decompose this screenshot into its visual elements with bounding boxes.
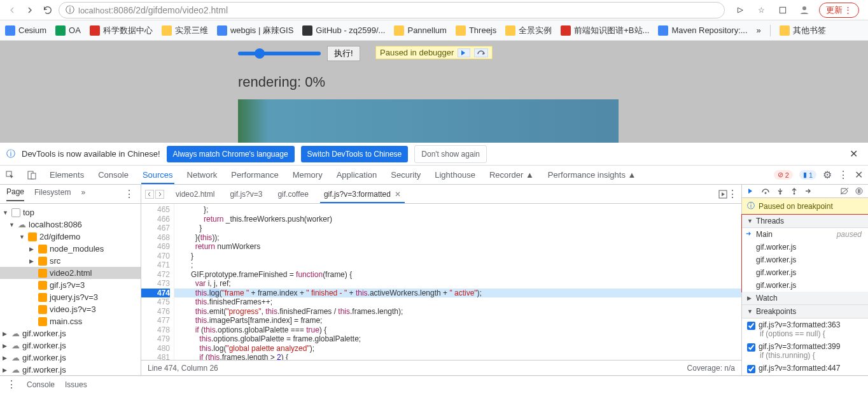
tree-item[interactable]: ▶node_modules xyxy=(0,243,141,255)
tree-item[interactable]: jquery.js?v=3 xyxy=(0,291,141,303)
drawer-more-icon[interactable]: ⋮ xyxy=(6,378,17,390)
next-tab-icon[interactable] xyxy=(155,190,164,199)
dont-show-button[interactable]: Don't show again xyxy=(414,145,487,163)
breakpoint-item[interactable]: gif.js?v=3:formatted:399if (this.running… xyxy=(742,340,868,362)
error-badge[interactable]: ⊘ 2 xyxy=(774,170,793,180)
range-slider[interactable] xyxy=(238,52,321,55)
device-toggle-icon[interactable] xyxy=(27,170,37,180)
devtools-tab[interactable]: Lighthouse xyxy=(433,166,477,183)
tree-item[interactable]: video2.html xyxy=(0,267,141,279)
file-tab[interactable]: gif.js?v=3:formatted ✕ xyxy=(316,186,409,203)
breakpoint-item[interactable]: gif.js?v=3:formatted:363if (options == n… xyxy=(742,318,868,340)
forward-button[interactable] xyxy=(23,3,37,17)
drawer-issues-tab[interactable]: Issues xyxy=(65,380,87,389)
close-devtools-icon[interactable]: ✕ xyxy=(855,169,863,181)
bookmark-item[interactable]: Pannellum xyxy=(394,25,446,36)
bookmark-item[interactable]: Threejs xyxy=(456,25,496,36)
devtools-tab[interactable]: Memory xyxy=(291,166,324,183)
breakpoint-checkbox[interactable] xyxy=(747,343,755,352)
bookmark-item[interactable]: GitHub - zq2599/... xyxy=(302,25,385,36)
tree-item[interactable]: ▶☁gif.worker.js xyxy=(0,339,141,352)
devtools-tab[interactable]: Performance insights ▲ xyxy=(547,166,638,183)
navigator-tab-filesystem[interactable]: Filesystem xyxy=(34,188,71,201)
devtools-tab[interactable]: Network xyxy=(186,166,219,183)
dbg-step-out-icon[interactable] xyxy=(790,187,798,195)
site-info-icon[interactable]: ⓘ xyxy=(66,4,74,16)
bookmark-item[interactable]: webgis | 麻辣GIS xyxy=(217,25,293,36)
thread-item[interactable]: gif.worker.js xyxy=(742,241,868,253)
editor-more-icon[interactable]: ⋮ xyxy=(727,188,738,200)
dbg-deactivate-bp-icon[interactable] xyxy=(840,187,849,195)
navigator-tab-more[interactable]: » xyxy=(81,188,85,201)
tree-item[interactable]: main.css xyxy=(0,315,141,327)
match-language-button[interactable]: Always match Chrome's language xyxy=(167,146,295,162)
back-button[interactable] xyxy=(5,3,19,17)
dbg-step-over-icon[interactable] xyxy=(761,187,770,195)
devtools-tab[interactable]: Application xyxy=(335,166,379,183)
tree-item[interactable]: ▼top xyxy=(0,206,141,218)
watch-header[interactable]: ▶Watch xyxy=(742,292,868,305)
switch-language-button[interactable]: Switch DevTools to Chinese xyxy=(301,146,409,162)
file-tab[interactable]: gif.js?v=3 xyxy=(222,186,270,203)
editor-run-icon[interactable] xyxy=(718,190,727,199)
devtools-tab[interactable]: Performance xyxy=(230,166,279,183)
devtools-tab[interactable]: Security xyxy=(389,166,422,183)
devtools-tab[interactable]: Elements xyxy=(48,166,85,183)
devtools-tab[interactable]: Recorder ▲ xyxy=(488,166,535,183)
tree-item[interactable]: ▶src xyxy=(0,255,141,267)
tree-item[interactable]: ▼☁localhost:8086 xyxy=(0,218,141,231)
thread-item[interactable]: gif.worker.js xyxy=(742,266,868,279)
navigator-more-icon[interactable]: ⋮ xyxy=(124,188,134,200)
execute-button[interactable]: 执行! xyxy=(327,46,360,61)
tree-item[interactable]: ▶☁gif.worker.js xyxy=(0,364,141,375)
bookmark-item[interactable]: OA xyxy=(55,25,81,36)
dbg-step-into-icon[interactable] xyxy=(776,187,784,195)
bookmark-item[interactable]: Cesium xyxy=(5,25,46,36)
breakpoint-checkbox[interactable] xyxy=(747,322,755,330)
bookmark-item[interactable]: 全景实例 xyxy=(505,25,552,36)
bookmark-item[interactable]: 实景三维 xyxy=(162,25,208,36)
line-gutter[interactable]: 4654664674684694704714724734744754764774… xyxy=(141,204,174,360)
dbg-pause-exc-icon[interactable] xyxy=(855,187,863,195)
reload-button[interactable] xyxy=(41,3,55,17)
more-icon[interactable]: ⋮ xyxy=(838,169,848,181)
thread-item[interactable]: gif.worker.js xyxy=(742,279,868,292)
breakpoint-checkbox[interactable] xyxy=(747,365,755,373)
breakpoint-item[interactable]: gif.js?v=3:formatted:447 xyxy=(742,362,868,375)
message-badge[interactable]: ▮ 1 xyxy=(799,170,816,180)
dbg-step-icon[interactable] xyxy=(804,187,812,195)
update-button[interactable]: 更新 ⋮ xyxy=(819,3,859,18)
code-lines[interactable]: }; return _this.freeWorkers.push(worker)… xyxy=(174,204,741,360)
bookmark-item[interactable]: Maven Repository:... xyxy=(658,25,747,36)
breakpoints-header[interactable]: ▼Breakpoints xyxy=(742,305,868,318)
tree-item[interactable]: ▶☁gif.worker.js xyxy=(0,352,141,364)
threads-header[interactable]: ▼Threads xyxy=(742,215,868,228)
extensions-icon[interactable] xyxy=(776,3,790,17)
bookmark-item[interactable]: 前端知识图谱+B站... xyxy=(561,25,649,36)
star-icon[interactable]: ☆ xyxy=(754,3,768,17)
step-over-icon[interactable] xyxy=(474,48,488,57)
resume-icon[interactable] xyxy=(458,48,470,57)
tree-item[interactable]: ▶☁gif.worker.js xyxy=(0,327,141,339)
prev-tab-icon[interactable] xyxy=(145,190,154,199)
close-tab-icon[interactable]: ✕ xyxy=(395,190,401,199)
gear-icon[interactable]: ⚙ xyxy=(823,169,832,181)
bookmarks-overflow[interactable]: » xyxy=(757,25,761,35)
thread-item[interactable]: Mainpaused xyxy=(742,228,868,241)
devtools-tab[interactable]: Console xyxy=(97,166,130,183)
share-icon[interactable] xyxy=(732,3,746,17)
drawer-console-tab[interactable]: Console xyxy=(27,380,55,389)
other-bookmarks[interactable]: 其他书签 xyxy=(780,25,826,36)
close-icon[interactable]: ✕ xyxy=(846,148,862,160)
file-tab[interactable]: video2.html xyxy=(168,186,222,203)
address-bar[interactable]: ⓘ localhost:8086/2d/gifdemo/video2.html xyxy=(59,2,725,18)
bookmark-item[interactable]: 科学数据中心 xyxy=(90,25,153,36)
thread-item[interactable]: gif.worker.js xyxy=(742,253,868,266)
inspect-icon[interactable] xyxy=(5,170,15,180)
profile-icon[interactable] xyxy=(797,3,811,17)
dbg-resume-icon[interactable] xyxy=(747,187,755,195)
tree-item[interactable]: ▼2d/gifdemo xyxy=(0,231,141,243)
tree-item[interactable]: video.js?v=3 xyxy=(0,303,141,315)
tree-item[interactable]: gif.js?v=3 xyxy=(0,279,141,291)
slider-thumb[interactable] xyxy=(255,48,265,59)
